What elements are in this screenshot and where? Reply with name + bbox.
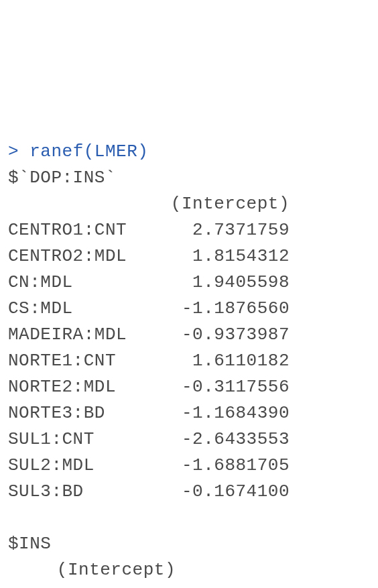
table-row-label: SUL1:CNT bbox=[8, 426, 155, 453]
table-row-label: SUL3:BD bbox=[8, 479, 155, 505]
table-row-value: -1.1876560 bbox=[155, 296, 290, 322]
table-row-value: -2.1081032 bbox=[55, 583, 176, 588]
table-row-value: 1.9405598 bbox=[155, 270, 290, 296]
group2-name: $INS bbox=[8, 534, 51, 554]
r-prompt: > bbox=[8, 141, 29, 162]
table-row-label: MADEIRA:MDL bbox=[8, 322, 155, 348]
r-console-output: > ranef(LMER) $`DOP:INS` (Intercept) CEN… bbox=[8, 113, 370, 588]
group1-header: (Intercept) bbox=[8, 191, 290, 217]
table-row-label: NORTE3:BD bbox=[8, 400, 155, 426]
table-row-label: CENTRO2:MDL bbox=[8, 243, 155, 270]
table-row-value: -2.6433553 bbox=[155, 426, 290, 453]
group1-name: $`DOP:INS` bbox=[8, 168, 116, 188]
table-row-value: -1.6881705 bbox=[155, 453, 290, 479]
table-row-label: NORTE1:CNT bbox=[8, 348, 155, 374]
table-row-value: -0.1674100 bbox=[155, 479, 290, 505]
table-row-label: SUL2:MDL bbox=[8, 453, 155, 479]
table-row-label: BD bbox=[8, 583, 55, 588]
table-row-value: 1.6110182 bbox=[155, 348, 290, 374]
table-row-value: 2.7371759 bbox=[155, 217, 290, 243]
table-row-label: CENTRO1:CNT bbox=[8, 217, 155, 243]
group2-header: (Intercept) bbox=[8, 557, 176, 583]
table-row-value: -0.9373987 bbox=[155, 322, 290, 348]
table-row-label: CN:MDL bbox=[8, 270, 155, 296]
table-row-value: -1.1684390 bbox=[155, 400, 290, 426]
table-row-label: NORTE2:MDL bbox=[8, 374, 155, 400]
table-row-value: 1.8154312 bbox=[155, 243, 290, 270]
table-row-value: -0.3117556 bbox=[155, 374, 290, 400]
r-command: ranef(LMER) bbox=[29, 141, 148, 162]
table-row-label: CS:MDL bbox=[8, 296, 155, 322]
